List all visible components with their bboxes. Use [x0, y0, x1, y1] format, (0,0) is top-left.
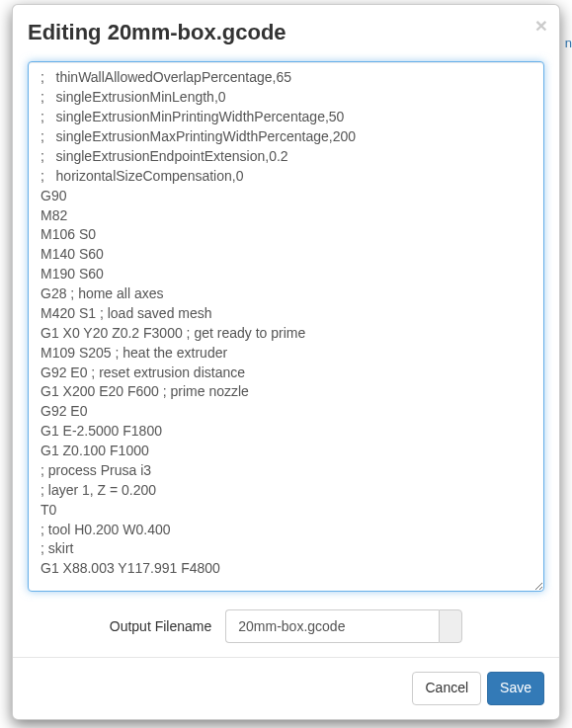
background-link-fragment: n: [565, 36, 572, 50]
output-filename-input[interactable]: [225, 609, 439, 643]
output-filename-label: Output Filename: [110, 618, 212, 634]
close-button[interactable]: ×: [535, 15, 547, 36]
modal-footer: Cancel Save: [13, 657, 559, 719]
edit-gcode-modal: Editing 20mm-box.gcode × ; thinWallAllow…: [12, 4, 560, 720]
modal-title: Editing 20mm-box.gcode: [28, 20, 544, 45]
save-button[interactable]: Save: [487, 672, 544, 705]
modal-header: Editing 20mm-box.gcode ×: [13, 5, 559, 57]
output-filename-addon[interactable]: [439, 609, 462, 643]
output-filename-group: [225, 609, 462, 643]
cancel-button[interactable]: Cancel: [412, 672, 481, 705]
close-icon: ×: [535, 14, 547, 37]
gcode-editor-textarea[interactable]: ; thinWallAllowedOverlapPercentage,65 ; …: [28, 61, 544, 592]
output-filename-row: Output Filename: [28, 609, 544, 643]
modal-body: ; thinWallAllowedOverlapPercentage,65 ; …: [13, 57, 559, 657]
